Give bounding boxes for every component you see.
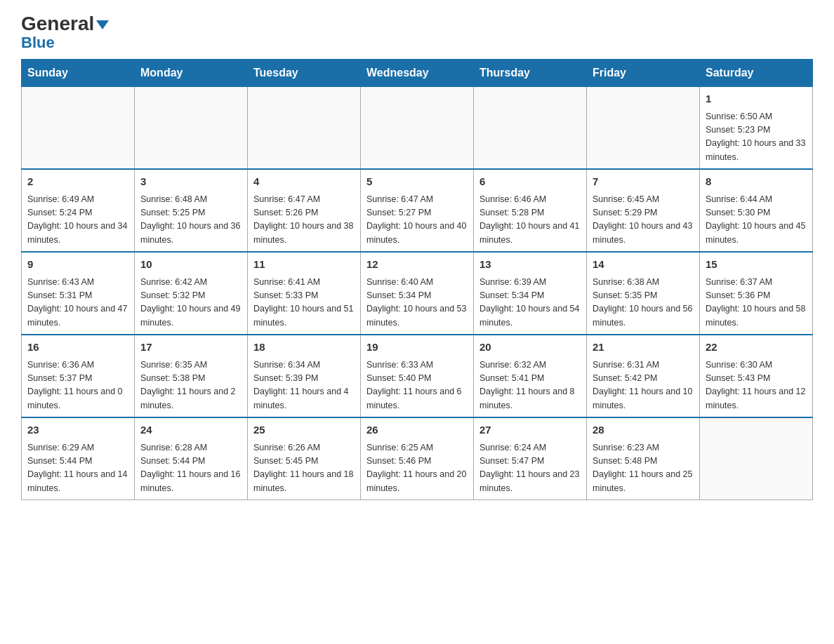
- day-number: 15: [706, 257, 807, 273]
- day-header-saturday: Saturday: [700, 60, 813, 87]
- calendar-cell: 11Sunrise: 6:41 AMSunset: 5:33 PMDayligh…: [248, 252, 361, 335]
- day-number: 2: [27, 174, 128, 190]
- day-number: 24: [140, 422, 241, 438]
- day-number: 11: [253, 257, 355, 273]
- day-number: 7: [593, 174, 694, 190]
- calendar-week-2: 2Sunrise: 6:49 AMSunset: 5:24 PMDaylight…: [22, 169, 813, 252]
- day-info: Sunrise: 6:44 AMSunset: 5:30 PMDaylight:…: [706, 193, 807, 248]
- calendar-week-5: 23Sunrise: 6:29 AMSunset: 5:44 PMDayligh…: [22, 417, 813, 500]
- day-number: 8: [706, 174, 807, 190]
- day-info: Sunrise: 6:35 AMSunset: 5:38 PMDaylight:…: [140, 358, 241, 413]
- calendar-cell: [22, 87, 135, 170]
- day-info: Sunrise: 6:30 AMSunset: 5:43 PMDaylight:…: [706, 358, 807, 413]
- day-number: 3: [140, 174, 241, 190]
- calendar-cell: 6Sunrise: 6:46 AMSunset: 5:28 PMDaylight…: [474, 169, 587, 252]
- day-number: 4: [253, 174, 355, 190]
- calendar-cell: 4Sunrise: 6:47 AMSunset: 5:26 PMDaylight…: [248, 169, 361, 252]
- calendar-week-3: 9Sunrise: 6:43 AMSunset: 5:31 PMDaylight…: [22, 252, 813, 335]
- calendar-cell: 17Sunrise: 6:35 AMSunset: 5:38 PMDayligh…: [135, 335, 248, 417]
- calendar-cell: 10Sunrise: 6:42 AMSunset: 5:32 PMDayligh…: [135, 252, 248, 335]
- day-number: 22: [706, 340, 807, 356]
- day-number: 17: [140, 340, 241, 356]
- calendar-cell: 9Sunrise: 6:43 AMSunset: 5:31 PMDaylight…: [22, 252, 135, 335]
- day-number: 26: [366, 422, 468, 438]
- day-number: 25: [253, 422, 355, 438]
- day-number: 21: [593, 340, 694, 356]
- calendar-cell: 2Sunrise: 6:49 AMSunset: 5:24 PMDaylight…: [22, 169, 135, 252]
- day-number: 20: [479, 340, 581, 356]
- page-header: General Blue: [21, 14, 813, 52]
- calendar-cell: 19Sunrise: 6:33 AMSunset: 5:40 PMDayligh…: [361, 335, 474, 417]
- day-info: Sunrise: 6:33 AMSunset: 5:40 PMDaylight:…: [366, 358, 468, 413]
- day-number: 13: [479, 257, 581, 273]
- calendar-cell: [248, 87, 361, 170]
- day-info: Sunrise: 6:28 AMSunset: 5:44 PMDaylight:…: [140, 441, 241, 496]
- day-info: Sunrise: 6:37 AMSunset: 5:36 PMDaylight:…: [706, 276, 807, 330]
- day-info: Sunrise: 6:50 AMSunset: 5:23 PMDaylight:…: [706, 110, 807, 165]
- day-info: Sunrise: 6:39 AMSunset: 5:34 PMDaylight:…: [479, 276, 581, 330]
- calendar-cell: 16Sunrise: 6:36 AMSunset: 5:37 PMDayligh…: [22, 335, 135, 417]
- day-number: 1: [706, 91, 807, 107]
- day-number: 6: [479, 174, 581, 190]
- day-number: 18: [253, 340, 355, 356]
- day-info: Sunrise: 6:48 AMSunset: 5:25 PMDaylight:…: [140, 193, 241, 248]
- calendar-cell: 13Sunrise: 6:39 AMSunset: 5:34 PMDayligh…: [474, 252, 587, 335]
- day-info: Sunrise: 6:25 AMSunset: 5:46 PMDaylight:…: [366, 441, 468, 496]
- day-info: Sunrise: 6:23 AMSunset: 5:48 PMDaylight:…: [593, 441, 694, 496]
- day-number: 9: [27, 257, 128, 273]
- calendar-cell: [474, 87, 587, 170]
- day-info: Sunrise: 6:36 AMSunset: 5:37 PMDaylight:…: [27, 358, 128, 413]
- calendar-cell: 18Sunrise: 6:34 AMSunset: 5:39 PMDayligh…: [248, 335, 361, 417]
- day-info: Sunrise: 6:49 AMSunset: 5:24 PMDaylight:…: [27, 193, 128, 248]
- logo: General Blue: [21, 14, 109, 52]
- calendar-week-4: 16Sunrise: 6:36 AMSunset: 5:37 PMDayligh…: [22, 335, 813, 417]
- day-number: 27: [479, 422, 581, 438]
- day-info: Sunrise: 6:34 AMSunset: 5:39 PMDaylight:…: [253, 358, 355, 413]
- day-info: Sunrise: 6:47 AMSunset: 5:26 PMDaylight:…: [253, 193, 355, 248]
- day-header-thursday: Thursday: [474, 60, 587, 87]
- day-header-wednesday: Wednesday: [361, 60, 474, 87]
- calendar-cell: 14Sunrise: 6:38 AMSunset: 5:35 PMDayligh…: [587, 252, 700, 335]
- calendar-cell: 24Sunrise: 6:28 AMSunset: 5:44 PMDayligh…: [135, 417, 248, 500]
- calendar-cell: 7Sunrise: 6:45 AMSunset: 5:29 PMDaylight…: [587, 169, 700, 252]
- calendar-cell: 3Sunrise: 6:48 AMSunset: 5:25 PMDaylight…: [135, 169, 248, 252]
- calendar-body: 1Sunrise: 6:50 AMSunset: 5:23 PMDaylight…: [22, 87, 813, 500]
- calendar-cell: 5Sunrise: 6:47 AMSunset: 5:27 PMDaylight…: [361, 169, 474, 252]
- calendar-cell: [700, 417, 813, 500]
- day-info: Sunrise: 6:26 AMSunset: 5:45 PMDaylight:…: [253, 441, 355, 496]
- calendar-cell: 23Sunrise: 6:29 AMSunset: 5:44 PMDayligh…: [22, 417, 135, 500]
- day-number: 14: [593, 257, 694, 273]
- day-number: 10: [140, 257, 241, 273]
- day-number: 23: [27, 422, 128, 438]
- calendar-week-1: 1Sunrise: 6:50 AMSunset: 5:23 PMDaylight…: [22, 87, 813, 170]
- day-header-monday: Monday: [135, 60, 248, 87]
- day-info: Sunrise: 6:24 AMSunset: 5:47 PMDaylight:…: [479, 441, 581, 496]
- logo-blue: Blue: [21, 34, 55, 52]
- calendar-cell: 21Sunrise: 6:31 AMSunset: 5:42 PMDayligh…: [587, 335, 700, 417]
- day-info: Sunrise: 6:47 AMSunset: 5:27 PMDaylight:…: [366, 193, 468, 248]
- calendar-table: SundayMondayTuesdayWednesdayThursdayFrid…: [21, 59, 813, 500]
- calendar-cell: [135, 87, 248, 170]
- day-info: Sunrise: 6:42 AMSunset: 5:32 PMDaylight:…: [140, 276, 241, 330]
- day-info: Sunrise: 6:38 AMSunset: 5:35 PMDaylight:…: [593, 276, 694, 330]
- calendar-cell: 12Sunrise: 6:40 AMSunset: 5:34 PMDayligh…: [361, 252, 474, 335]
- day-info: Sunrise: 6:46 AMSunset: 5:28 PMDaylight:…: [479, 193, 581, 248]
- calendar-cell: 26Sunrise: 6:25 AMSunset: 5:46 PMDayligh…: [361, 417, 474, 500]
- calendar-cell: 27Sunrise: 6:24 AMSunset: 5:47 PMDayligh…: [474, 417, 587, 500]
- day-info: Sunrise: 6:41 AMSunset: 5:33 PMDaylight:…: [253, 276, 355, 330]
- day-info: Sunrise: 6:43 AMSunset: 5:31 PMDaylight:…: [27, 276, 128, 330]
- day-number: 28: [593, 422, 694, 438]
- day-info: Sunrise: 6:29 AMSunset: 5:44 PMDaylight:…: [27, 441, 128, 496]
- day-header-sunday: Sunday: [22, 60, 135, 87]
- calendar-cell: 15Sunrise: 6:37 AMSunset: 5:36 PMDayligh…: [700, 252, 813, 335]
- logo-general: General: [21, 14, 109, 34]
- day-number: 16: [27, 340, 128, 356]
- calendar-cell: 22Sunrise: 6:30 AMSunset: 5:43 PMDayligh…: [700, 335, 813, 417]
- day-info: Sunrise: 6:40 AMSunset: 5:34 PMDaylight:…: [366, 276, 468, 330]
- day-header-friday: Friday: [587, 60, 700, 87]
- calendar-cell: 25Sunrise: 6:26 AMSunset: 5:45 PMDayligh…: [248, 417, 361, 500]
- calendar-cell: 1Sunrise: 6:50 AMSunset: 5:23 PMDaylight…: [700, 87, 813, 170]
- calendar-cell: 8Sunrise: 6:44 AMSunset: 5:30 PMDaylight…: [700, 169, 813, 252]
- calendar-cell: [587, 87, 700, 170]
- day-number: 12: [366, 257, 468, 273]
